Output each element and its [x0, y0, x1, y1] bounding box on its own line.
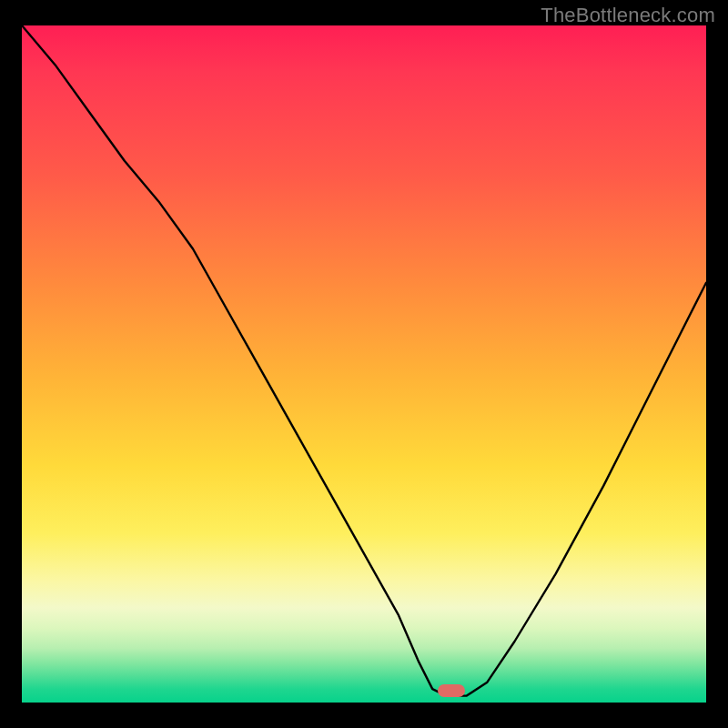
plot-area	[22, 25, 706, 703]
chart-frame: TheBottleneck.com	[0, 0, 728, 728]
watermark-text: TheBottleneck.com	[541, 4, 715, 27]
bottleneck-curve	[22, 25, 706, 703]
minimum-marker	[438, 684, 465, 697]
